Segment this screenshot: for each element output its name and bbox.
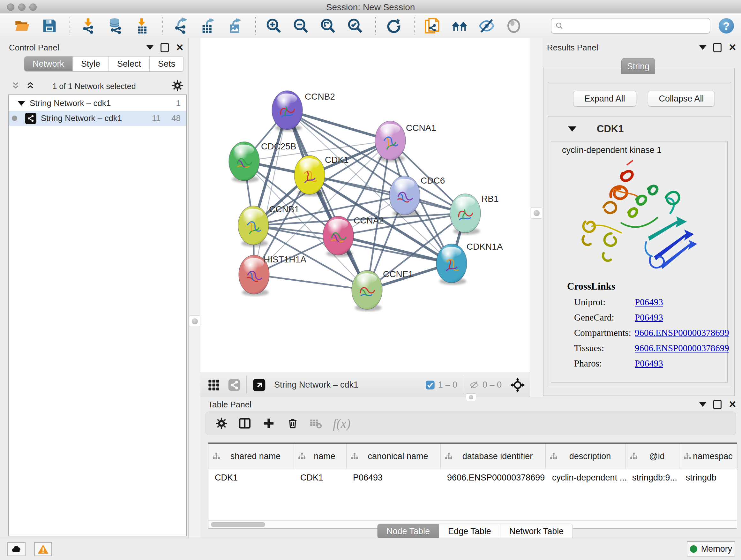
import-table-file-icon[interactable] [134,17,151,34]
left-splitter[interactable] [188,38,201,538]
gene-entry-header[interactable]: CDK1 [548,117,731,141]
string-home-icon[interactable] [451,17,468,34]
right-splitter-handle[interactable] [531,207,542,219]
results-panel-float-icon[interactable] [713,43,722,52]
open-in-string-icon[interactable] [424,17,441,34]
table-cell[interactable]: cyclin-dependent ... [546,473,626,483]
zoom-in-icon[interactable] [266,17,282,34]
memory-status-dot [690,545,697,553]
tab-style[interactable]: Style [73,57,109,71]
zoom-out-icon[interactable] [293,17,309,34]
table-panel-collapse-icon[interactable] [699,402,706,407]
control-panel-float-icon[interactable] [160,43,169,52]
entry-collapse-caret-icon[interactable] [568,126,576,132]
network-edge-HIST1H1A-CCNE1[interactable] [254,274,367,290]
table-panel-close-icon[interactable]: ✕ [729,401,737,408]
export-image-icon[interactable] [227,17,244,34]
node-label-CDKN1A: CDKN1A [467,242,503,252]
network-node-RB1[interactable] [450,194,481,235]
column-header-namespac[interactable]: namespac [679,444,738,469]
left-splitter-handle[interactable] [189,315,200,327]
search-field[interactable] [551,18,711,34]
import-network-file-icon[interactable] [80,17,96,34]
network-edge-CCNB2-HIST1H1A[interactable] [254,110,287,274]
show-columns-icon[interactable] [239,417,251,430]
birds-eye-view-icon[interactable] [228,379,241,391]
results-panel-close-icon[interactable]: ✕ [729,44,737,51]
tab-select[interactable]: Select [109,57,150,71]
refresh-icon[interactable] [386,17,402,34]
results-panel-collapse-icon[interactable] [699,45,706,50]
network-node-CCNB2[interactable] [272,91,302,132]
table-cell[interactable]: stringdb [679,473,738,483]
import-network-database-icon[interactable] [107,17,124,34]
zoom-selected-icon[interactable] [347,17,363,34]
open-session-icon[interactable] [14,17,30,34]
selected-nodes-checkbox-icon[interactable] [425,380,435,390]
delete-column-icon[interactable] [287,418,298,429]
search-input[interactable] [566,19,710,32]
tab-sets[interactable]: Sets [150,57,184,71]
table-panel-float-icon[interactable] [713,400,722,409]
network-node-CCNA1[interactable] [375,121,406,162]
network-node-CCNE1[interactable] [352,270,382,311]
table-panel: Table Panel ✕ f(x) sha [200,397,741,538]
column-header-at-id[interactable]: @id [626,444,679,469]
tab-node-table[interactable]: Node Table [378,524,439,539]
show-all-icon[interactable] [506,17,522,34]
save-session-icon[interactable] [41,17,58,34]
crosslink-value-link[interactable]: P06493 [635,297,663,307]
hide-selected-icon[interactable] [478,17,495,34]
control-panel-close-icon[interactable]: ✕ [176,44,184,51]
network-node-CDKN1A[interactable] [436,244,467,285]
tree-expand-caret-icon[interactable] [17,101,25,106]
tab-network[interactable]: Network [24,57,73,71]
table-options-gear-icon[interactable] [215,417,227,429]
network-row-selected[interactable]: String Network – cdk1 11 48 [9,111,186,126]
column-header-canonical-name[interactable]: canonical name [347,444,441,469]
crosslink-value-link[interactable]: P06493 [635,312,663,323]
scrollbar-thumb[interactable] [211,522,265,527]
cloud-button[interactable] [7,542,25,556]
network-node-CDC25B[interactable] [229,142,259,183]
memory-button[interactable]: Memory [687,541,735,557]
open-external-icon[interactable] [253,378,266,392]
tab-string[interactable]: String [621,58,655,74]
crosslink-value-link[interactable]: P06493 [635,358,663,369]
table-splitter-handle[interactable] [466,393,476,401]
hidden-eye-slash-icon[interactable] [469,380,479,390]
toolbar-separator [375,17,376,35]
control-panel-collapse-icon[interactable] [146,45,153,50]
export-table-icon[interactable] [200,17,216,34]
zoom-fit-icon[interactable] [320,17,336,34]
expand-all-button[interactable]: Expand All [573,91,636,107]
column-header-description[interactable]: description [546,444,626,469]
grid-view-icon[interactable] [207,379,220,391]
crosslink-value-link[interactable]: 9606.ENSP00000378699 [635,327,729,338]
crosslink-value-link[interactable]: 9606.ENSP00000378699 [635,343,729,354]
tab-network-table[interactable]: Network Table [500,524,573,539]
network-options-gear-icon[interactable] [172,80,183,91]
export-network-icon[interactable] [173,17,189,34]
node-label-CDK1: CDK1 [325,155,349,165]
network-canvas[interactable]: CCNB2CCNA1CDC25BCDK1CDC6RB1CCNB1CCNA2CDK… [200,38,530,373]
column-header-name[interactable]: name [294,444,347,469]
table-cell[interactable]: CDK1 [208,473,294,483]
column-header-shared-name[interactable]: shared name [208,444,294,469]
tab-edge-table[interactable]: Edge Table [439,524,500,539]
column-header-database-identifier[interactable]: database identifier [441,444,546,469]
right-splitter[interactable] [530,38,543,397]
add-column-icon[interactable] [263,417,275,429]
network-edge-CCNB2-CCNA1[interactable] [287,110,390,140]
collapse-all-button[interactable]: Collapse All [648,91,715,107]
warnings-button[interactable] [34,542,52,556]
network-node-CCNB1[interactable] [238,206,269,247]
table-cell[interactable]: P06493 [347,473,441,483]
table-cell[interactable]: stringdb:9... [626,473,679,483]
table-row[interactable]: CDK1CDK1P064939606.ENSP00000378699cyclin… [208,469,737,486]
fit-selected-crosshair-icon[interactable] [510,377,525,393]
table-cell[interactable]: CDK1 [294,473,347,483]
help-button[interactable]: ? [719,18,734,34]
network-collection-row[interactable]: String Network – cdk1 1 [9,96,186,111]
table-cell[interactable]: 9606.ENSP00000378699 [441,473,546,483]
